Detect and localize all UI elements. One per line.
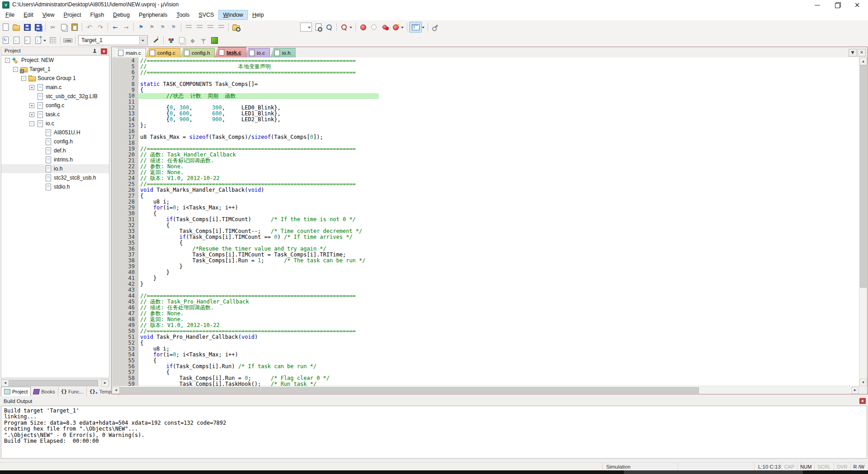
- dropdown-caret-icon[interactable]: [349, 27, 352, 30]
- copy-icon[interactable]: [58, 22, 69, 32]
- editor-tab-config.h[interactable]: config.h: [180, 48, 215, 57]
- tree-item-intrins-h[interactable]: intrins.h: [1, 155, 109, 164]
- menu-tools[interactable]: Tools: [172, 10, 194, 20]
- menu-svcs[interactable]: SVCS: [194, 10, 218, 20]
- configure-icon[interactable]: [430, 22, 441, 32]
- menu-debug[interactable]: Debug: [108, 10, 134, 20]
- stop-build-icon[interactable]: [47, 35, 58, 45]
- indent-icon[interactable]: [194, 22, 205, 32]
- tree-item-stc-usb-cdc-32g-lib[interactable]: stc_usb_cdc_32g.LIB: [1, 92, 109, 101]
- tree-item-ai8051u-h[interactable]: AI8051U.H: [1, 128, 109, 137]
- tree-item-target-1[interactable]: -Target_1: [1, 65, 109, 74]
- menu-peripherals[interactable]: Peripherals: [134, 10, 172, 20]
- tab-books[interactable]: Books: [31, 387, 58, 396]
- menu-window[interactable]: Window: [218, 10, 247, 20]
- cut-icon[interactable]: ✂: [47, 22, 58, 32]
- tab-project[interactable]: Project: [1, 387, 31, 396]
- expand-icon[interactable]: +: [29, 112, 34, 117]
- run-to-line-icon[interactable]: [339, 22, 349, 32]
- filter-icon[interactable]: [198, 35, 209, 45]
- scroll-left-icon[interactable]: ◄: [112, 387, 120, 394]
- tab-functions[interactable]: {} Func...: [58, 387, 87, 396]
- bookmark-prev-icon[interactable]: ⚑: [157, 22, 168, 32]
- tree-item-config-h[interactable]: config.h: [1, 137, 109, 146]
- scroll-right-icon[interactable]: ►: [851, 387, 859, 394]
- code-editor[interactable]: 4//=====================================…: [112, 57, 859, 386]
- restore-button[interactable]: [828, 0, 846, 10]
- tree-item-stdio-h[interactable]: stdio.h: [1, 182, 109, 191]
- editor-tab-main.c[interactable]: main.c: [114, 48, 146, 57]
- incremental-find-icon[interactable]: [324, 22, 335, 32]
- manage-items-icon[interactable]: [165, 35, 176, 45]
- menu-view[interactable]: View: [38, 10, 59, 20]
- rebuild-icon[interactable]: [22, 35, 33, 45]
- editor-hscrollbar[interactable]: ◄ ►: [112, 386, 859, 394]
- target-select-combo[interactable]: Target_1: [78, 35, 148, 45]
- dropdown-caret-icon[interactable]: [401, 27, 404, 30]
- tab-list-dropdown-icon[interactable]: ▼: [849, 49, 857, 57]
- combo-dropdown-icon[interactable]: [139, 36, 147, 44]
- expand-icon[interactable]: +: [29, 103, 34, 108]
- tree-item-stc32-stc8-usb-h[interactable]: stc32_stc8_usb.h: [1, 173, 109, 182]
- tree-item-config-c[interactable]: +config.c: [1, 101, 109, 110]
- breakpoint-enable-all-icon[interactable]: [390, 22, 401, 32]
- editor-tab-io.c[interactable]: io.c: [245, 48, 270, 57]
- download-icon[interactable]: LOAD: [62, 35, 73, 45]
- breakpoint-icon[interactable]: [358, 22, 368, 32]
- build-output-close-icon[interactable]: x: [859, 398, 866, 404]
- collapse-icon[interactable]: -: [5, 58, 10, 63]
- save-icon[interactable]: [22, 22, 33, 32]
- batch-build-icon[interactable]: [33, 35, 43, 45]
- nav-back-icon[interactable]: ←: [110, 22, 121, 32]
- breakpoint-disable-icon[interactable]: [368, 22, 379, 32]
- editor-tab-task.c[interactable]: task.c: [215, 47, 246, 57]
- templates-icon[interactable]: [209, 35, 220, 45]
- scroll-up-icon[interactable]: ▲: [859, 57, 867, 65]
- bookmark-toggle-icon[interactable]: ⚑: [136, 22, 146, 32]
- undo-icon[interactable]: ↶: [84, 22, 95, 32]
- editor-tab-config.c[interactable]: config.c: [146, 48, 180, 57]
- minimize-button[interactable]: —: [808, 0, 826, 10]
- tree-item-project-new[interactable]: -Project: NEW: [1, 56, 109, 65]
- tree-item-io-c[interactable]: -io.c: [1, 119, 109, 128]
- tab-close-icon[interactable]: ✕: [858, 49, 866, 57]
- find-combo[interactable]: [300, 23, 312, 32]
- build-output-content[interactable]: Build target 'Target_1'linking...Program…: [1, 406, 867, 459]
- collapse-icon[interactable]: -: [29, 121, 34, 126]
- dropdown-caret-icon[interactable]: [422, 27, 425, 30]
- tree-item-main-c[interactable]: +main.c: [1, 83, 109, 92]
- dropdown-caret-icon[interactable]: [43, 40, 46, 43]
- tree-item-io-h[interactable]: io.h: [1, 164, 109, 173]
- collapse-icon[interactable]: -: [13, 67, 18, 72]
- scroll-down-icon[interactable]: ▼: [859, 379, 867, 386]
- scroll-thumb[interactable]: [119, 387, 699, 393]
- comment-icon[interactable]: [205, 22, 216, 32]
- menu-help[interactable]: Help: [248, 10, 269, 20]
- outdent-icon[interactable]: [183, 22, 194, 32]
- project-hscrollbar[interactable]: ◄ ►: [1, 379, 109, 386]
- expand-icon[interactable]: +: [29, 85, 34, 90]
- translate-icon[interactable]: [0, 35, 11, 45]
- paste-icon[interactable]: [69, 22, 80, 32]
- tree-item-source-group-1[interactable]: -Source Group 1: [1, 74, 109, 83]
- find-text-icon[interactable]: [313, 22, 324, 32]
- scroll-thumb[interactable]: [9, 380, 98, 386]
- close-button[interactable]: ×: [848, 0, 866, 10]
- menu-flash[interactable]: Flash: [86, 10, 109, 20]
- tree-item-task-c[interactable]: +task.c: [1, 110, 109, 119]
- nav-forward-icon[interactable]: →: [121, 22, 132, 32]
- bookmark-next-icon[interactable]: ⚑: [146, 22, 157, 32]
- uncomment-icon[interactable]: [216, 22, 226, 32]
- bookmark-clear-icon[interactable]: ⚑: [168, 22, 179, 32]
- menu-edit[interactable]: Edit: [19, 10, 38, 20]
- find-in-files-icon[interactable]: [231, 22, 241, 32]
- menu-project[interactable]: Project: [59, 10, 86, 20]
- editor-vscrollbar[interactable]: ▲ ▼: [859, 57, 867, 386]
- collapse-icon[interactable]: -: [21, 76, 26, 81]
- manage-books-icon[interactable]: [176, 35, 187, 45]
- scroll-thumb[interactable]: [860, 65, 867, 288]
- component-viewer-icon[interactable]: ◆: [187, 35, 198, 45]
- open-file-icon[interactable]: [11, 22, 22, 32]
- editor-tab-io.h[interactable]: io.h: [270, 48, 296, 57]
- tree-item-def-h[interactable]: def.h: [1, 146, 109, 155]
